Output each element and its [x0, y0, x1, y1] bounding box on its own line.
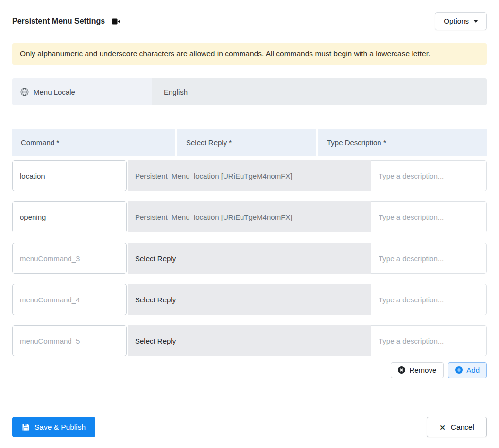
- table-row: Persistent_Menu_location [URiEuTgeM4nomF…: [12, 160, 487, 191]
- cancel-button[interactable]: ✕ Cancel: [427, 417, 487, 437]
- select-reply-dropdown[interactable]: Persistent_Menu_location [URiEuTgeM4nomF…: [128, 201, 371, 232]
- options-button[interactable]: Options: [435, 12, 487, 30]
- options-button-label: Options: [444, 17, 469, 25]
- remove-row-button[interactable]: Remove: [391, 362, 444, 378]
- plus-circle-icon: [455, 366, 463, 374]
- panel-header: Persistent Menu Settings Options: [12, 12, 487, 30]
- command-input[interactable]: [12, 325, 127, 356]
- persistent-menu-panel: Persistent Menu Settings Options Only al…: [0, 0, 499, 448]
- select-reply-dropdown[interactable]: Persistent_Menu_location [URiEuTgeM4nomF…: [128, 160, 371, 191]
- menu-locale-group: Menu Locale English: [12, 78, 487, 105]
- menu-locale-label: Menu Locale: [34, 88, 75, 96]
- table-header: Command * Select Reply * Type Descriptio…: [12, 129, 487, 156]
- select-reply-dropdown[interactable]: Select Reply: [128, 243, 371, 274]
- command-input[interactable]: [12, 284, 127, 315]
- globe-icon: [20, 88, 29, 96]
- close-icon: ✕: [439, 424, 446, 431]
- description-input[interactable]: [371, 160, 487, 191]
- select-reply-dropdown[interactable]: Select Reply: [128, 284, 371, 315]
- menu-locale-value[interactable]: English: [152, 78, 487, 105]
- table-row: Persistent_Menu_location [URiEuTgeM4nomF…: [12, 201, 487, 232]
- column-header-select-reply: Select Reply *: [177, 129, 316, 156]
- add-row-button[interactable]: Add: [448, 362, 487, 378]
- video-camera-icon: [112, 18, 121, 25]
- panel-footer: Save & Publish ✕ Cancel: [12, 417, 487, 437]
- table-row: Select Reply: [12, 325, 487, 356]
- command-input[interactable]: [12, 201, 127, 232]
- chevron-down-icon: [473, 20, 478, 23]
- column-header-type-description: Type Description *: [318, 129, 487, 156]
- row-actions: Remove Add: [12, 362, 487, 378]
- description-input[interactable]: [371, 243, 487, 274]
- save-publish-button[interactable]: Save & Publish: [12, 417, 95, 437]
- table-body: Persistent_Menu_location [URiEuTgeM4nomF…: [12, 160, 487, 356]
- table-row: Select Reply: [12, 243, 487, 274]
- table-row: Select Reply: [12, 284, 487, 315]
- add-row-label: Add: [466, 366, 480, 374]
- save-publish-label: Save & Publish: [34, 423, 86, 431]
- alert-banner: Only alphanumeric and underscore charact…: [12, 43, 487, 65]
- save-icon: [22, 423, 30, 431]
- cancel-label: Cancel: [451, 423, 474, 431]
- page-title: Persistent Menu Settings: [12, 17, 105, 26]
- select-reply-dropdown[interactable]: Select Reply: [128, 325, 371, 356]
- description-input[interactable]: [371, 201, 487, 232]
- command-input[interactable]: [12, 243, 127, 274]
- menu-locale-label-cell: Menu Locale: [12, 78, 152, 105]
- description-input[interactable]: [371, 284, 487, 315]
- x-circle-icon: [398, 366, 405, 374]
- description-input[interactable]: [371, 325, 487, 356]
- remove-row-label: Remove: [409, 366, 436, 374]
- column-header-command: Command *: [12, 129, 175, 156]
- command-input[interactable]: [12, 160, 127, 191]
